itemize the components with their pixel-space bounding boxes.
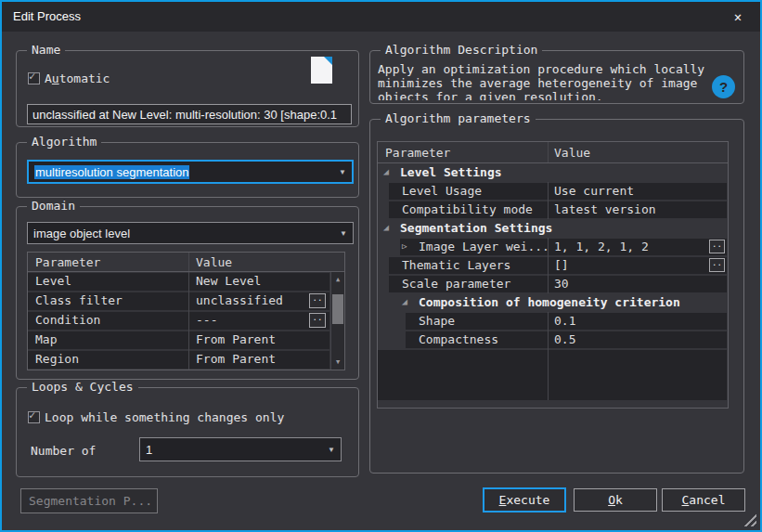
table-row[interactable]: Level New Level [28, 272, 344, 292]
algorithm-group: Algorithm multiresolution segmentation ▼ [16, 142, 359, 198]
column-header-value[interactable]: Value [554, 146, 590, 160]
column-divider [548, 312, 549, 331]
parameter-value: 30 [554, 277, 569, 291]
parameter-value: --- [196, 313, 217, 327]
number-of-label: Number of [31, 444, 96, 458]
execute-button[interactable]: Execute [483, 487, 566, 513]
table-row[interactable]: Level Usage Use current [378, 182, 728, 201]
ok-button[interactable]: Ok [574, 488, 657, 512]
table-row[interactable]: Scale parameter 30 [378, 275, 728, 293]
column-divider [188, 311, 189, 331]
table-row[interactable]: ◢ Segmentation Settings [378, 219, 728, 238]
expander-icon[interactable]: ▷ [402, 241, 407, 251]
dropdown-arrow-icon[interactable]: ▼ [322, 446, 341, 454]
algorithm-parameters-group: Algorithm parameters Parameter Value ◢ L… [369, 119, 744, 474]
column-header-parameter[interactable]: Parameter [35, 255, 100, 269]
ellipsis-button[interactable]: .. [309, 293, 326, 308]
table-row[interactable]: Compactness 0.5 [378, 331, 728, 349]
parameter-name: Segmentation Settings [400, 221, 552, 235]
scroll-up-icon[interactable]: ▲ [331, 273, 344, 286]
check-icon: ✓ [29, 409, 35, 422]
parameters-table-body: ◢ Level Settings Level Usage Use current… [378, 163, 728, 349]
table-row[interactable]: Map From Parent [28, 331, 344, 350]
ellipsis-button[interactable]: .. [709, 258, 725, 272]
close-icon[interactable]: ✕ [729, 7, 747, 26]
table-row[interactable]: Region From Parent [28, 350, 344, 370]
row-strip [28, 331, 329, 349]
parameter-name: Compactness [419, 332, 498, 346]
number-of-select[interactable]: 1 ▼ [139, 437, 342, 461]
algorithm-description-text: Apply an optimization procedure which lo… [378, 62, 715, 100]
parameter-name: Class filter [35, 293, 123, 307]
loop-while-checkbox[interactable]: ✓ Loop while something changes only [28, 410, 284, 424]
column-divider [188, 272, 189, 292]
parameter-value: [] [554, 258, 569, 272]
column-divider [188, 253, 189, 271]
dropdown-arrow-icon[interactable]: ▼ [334, 229, 353, 238]
parameter-value: From Parent [196, 352, 276, 366]
table-row[interactable]: Shape 0.1 [378, 312, 728, 331]
domain-selected-value: image object level [33, 227, 130, 240]
titlebar[interactable]: Edit Process ✕ [2, 2, 760, 32]
column-divider [548, 182, 549, 201]
parameter-value: Use current [554, 184, 634, 198]
dialog-title: Edit Process [13, 9, 81, 23]
algorithm-group-label: Algorithm [27, 135, 101, 149]
column-divider [188, 331, 189, 350]
ellipsis-button[interactable]: .. [709, 240, 725, 253]
table-row[interactable]: ◢ Composition of homogeneity criterion [378, 293, 728, 312]
loop-while-checkbox-label: Loop while something changes only [45, 410, 284, 424]
checkbox-box[interactable]: ✓ [28, 72, 40, 84]
column-header-parameter[interactable]: Parameter [385, 146, 450, 160]
expander-icon[interactable]: ◢ [402, 296, 407, 306]
parameter-name: Thematic Layers [402, 258, 510, 272]
parameter-name: Level Usage [402, 184, 482, 198]
scroll-down-icon[interactable]: ▼ [331, 356, 344, 369]
name-group: Name ✓ Automatic [16, 50, 359, 127]
row-strip [28, 273, 329, 291]
parameter-name: Level [35, 274, 71, 288]
vertical-scrollbar[interactable]: ▲ ▼ [330, 272, 344, 370]
column-divider [548, 201, 549, 219]
help-icon[interactable]: ? [712, 75, 735, 98]
table-row[interactable]: Thematic Layers [] .. [378, 256, 728, 275]
cancel-button[interactable]: Cancel [662, 488, 745, 512]
domain-select[interactable]: image object level ▼ [27, 222, 354, 244]
parameter-value: 0.5 [554, 332, 575, 346]
table-row[interactable]: ◢ Level Settings [378, 163, 728, 182]
algorithm-parameters-table: Parameter Value ◢ Level Settings Level U… [377, 141, 729, 409]
ellipsis-button[interactable]: .. [309, 313, 326, 328]
expander-icon[interactable]: ◢ [383, 166, 389, 176]
parameter-name: Condition [35, 313, 100, 327]
table-empty-area [378, 349, 728, 400]
scrollbar-thumb[interactable] [332, 294, 343, 324]
parameter-name: Composition of homogeneity criterion [419, 295, 680, 309]
column-divider [548, 142, 549, 162]
process-name-input[interactable] [27, 104, 352, 124]
number-of-value: 1 [146, 443, 152, 457]
table-row[interactable]: ▷ Image Layer wei... 1, 1, 2, 1, 2 .. [378, 238, 728, 256]
column-divider [548, 331, 549, 349]
segmentation-button: Segmentation P... [20, 488, 158, 513]
column-header-value[interactable]: Value [196, 255, 232, 269]
parameter-value: unclassified [196, 293, 283, 307]
algorithm-select[interactable]: multiresolution segmentation ▼ [27, 160, 354, 184]
column-divider [548, 349, 549, 400]
table-row[interactable]: Condition --- .. [28, 311, 344, 331]
automatic-checkbox[interactable]: ✓ Automatic [28, 71, 110, 85]
domain-table-body: Level New Level Class filter unclassifie… [28, 272, 344, 370]
expander-icon[interactable]: ◢ [383, 222, 389, 232]
new-document-icon [311, 57, 332, 84]
parameter-name: Image Layer wei... [419, 240, 549, 253]
checkbox-box[interactable]: ✓ [28, 411, 40, 423]
dropdown-arrow-icon[interactable]: ▼ [333, 168, 352, 176]
parameter-value: From Parent [196, 332, 276, 346]
row-strip [378, 350, 727, 400]
resize-grip-icon[interactable] [742, 512, 756, 526]
description-group-label: Algorithm Description [381, 43, 542, 57]
table-row[interactable]: Class filter unclassified .. [28, 292, 344, 311]
algorithm-selected-value: multiresolution segmentation [34, 165, 189, 179]
table-row[interactable]: Compatibility mode latest version [378, 201, 728, 219]
parameter-name: Shape [419, 314, 455, 328]
domain-parameter-table: Parameter Value Level New Level Class fi… [27, 252, 345, 370]
